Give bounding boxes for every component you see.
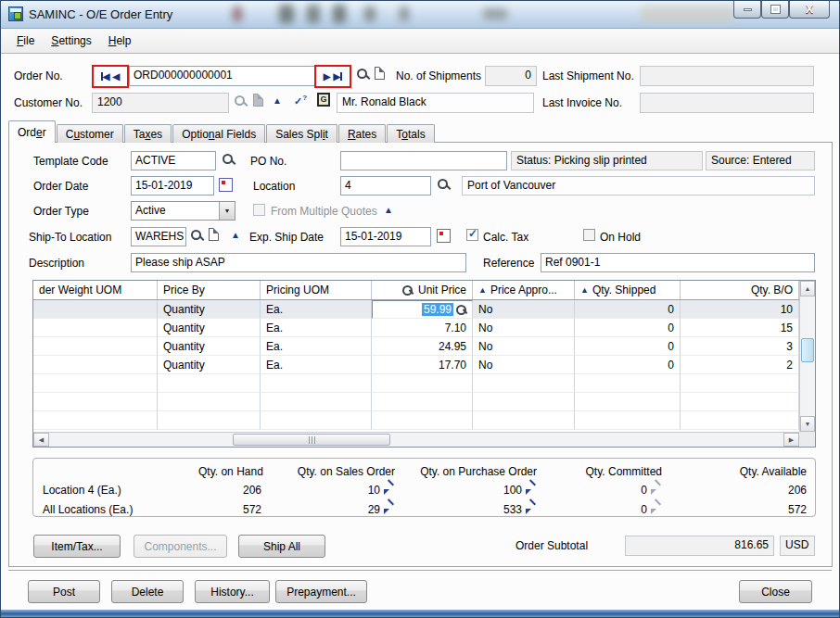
- prev-arrow-icon: ◀: [113, 71, 121, 82]
- window-title: SAMINC - O/E Order Entry: [29, 7, 172, 21]
- drilldown-disabled-icon: [651, 504, 662, 514]
- scroll-right-button[interactable]: ▶: [783, 433, 799, 447]
- scroll-up-button[interactable]: ▲: [800, 281, 815, 296]
- menu-help[interactable]: Help: [100, 31, 140, 51]
- unit-price-cell-finder-icon[interactable]: [455, 304, 466, 315]
- order-tab-panel: Template Code ACTIVE PO No. Status: Pick…: [8, 142, 833, 567]
- delete-button[interactable]: Delete: [111, 580, 184, 603]
- menu-settings[interactable]: Settings: [43, 31, 99, 51]
- selected-unit-price: 59.99: [422, 303, 453, 316]
- template-finder-icon[interactable]: [222, 153, 235, 166]
- tab-optional-fields[interactable]: Optional Fields: [172, 124, 265, 143]
- col-pricing-uom[interactable]: Pricing UOM: [261, 281, 372, 299]
- post-button[interactable]: Post: [28, 580, 100, 603]
- grid-horizontal-scrollbar[interactable]: ◀ ▶: [33, 432, 799, 447]
- tab-customer-label: Customer: [66, 128, 114, 141]
- on-hold-checkbox[interactable]: [583, 229, 595, 241]
- customer-name-value: Mr. Ronald Black: [337, 93, 534, 113]
- horizontal-scroll-thumb[interactable]: [233, 434, 390, 446]
- drilldown-icon[interactable]: [384, 485, 395, 495]
- calc-tax-checkbox[interactable]: ✓: [466, 229, 478, 241]
- order-type-dropdown-button[interactable]: ▼: [219, 202, 235, 220]
- col-qty-shipped[interactable]: ▲Qty. Shipped: [575, 281, 681, 299]
- new-customer-icon: [253, 94, 263, 107]
- grid-vertical-scrollbar[interactable]: ▲ ▼: [799, 281, 815, 432]
- prepayment-button[interactable]: Prepayment...: [275, 580, 367, 603]
- order-finder-icon[interactable]: [356, 68, 369, 81]
- customer-no-value[interactable]: 1200: [92, 93, 229, 113]
- quotes-zoom-icon[interactable]: ▲: [384, 205, 393, 215]
- last-invoice-label: Last Invoice No.: [542, 96, 622, 109]
- menu-file[interactable]: File: [8, 31, 43, 51]
- ship-to-zoom-icon[interactable]: ▲: [231, 230, 240, 240]
- grid-row-2[interactable]: Quantity Ea. 7.10 No 0 15: [33, 319, 799, 337]
- last-bar-icon: [340, 72, 342, 81]
- unit-price-edit-cell[interactable]: 59.99: [372, 300, 473, 319]
- tab-sales-split-label: Sales Split: [275, 128, 328, 141]
- tab-totals[interactable]: Totals: [387, 124, 434, 143]
- vertical-scroll-thumb[interactable]: [801, 338, 814, 362]
- next-arrow-icon: ▶: [324, 71, 331, 82]
- history-button[interactable]: History...: [195, 580, 270, 603]
- scroll-up-icon: ▲: [805, 285, 811, 292]
- status-badge: Status: Picking slip printed: [511, 151, 703, 170]
- close-window-button[interactable]: X: [789, 1, 830, 19]
- location-input[interactable]: 4: [340, 176, 431, 195]
- menu-bar: File Settings Help: [1, 29, 839, 54]
- go-next-button[interactable]: ▶: [324, 71, 331, 82]
- scroll-down-button[interactable]: ▼: [800, 416, 815, 432]
- tab-order-label: Order: [18, 126, 46, 139]
- drilldown-icon[interactable]: [526, 504, 537, 514]
- grid-row-1[interactable]: Quantity Ea. 59.99 No 0 10: [33, 300, 799, 319]
- order-no-input[interactable]: ORD000000000001: [129, 66, 315, 86]
- glass-artifact: [641, 6, 733, 22]
- ship-to-input[interactable]: WAREHS: [131, 227, 186, 246]
- summary-col-on-purchase: Qty. on Purchase Order: [397, 465, 539, 478]
- order-subtotal-label: Order Subtotal: [515, 539, 588, 552]
- customer-inquiry-icon[interactable]: ✓?: [294, 94, 307, 107]
- go-last-button[interactable]: ▶: [334, 71, 343, 82]
- order-date-input[interactable]: 15-01-2019: [131, 176, 214, 195]
- ship-to-new-icon[interactable]: [209, 228, 219, 241]
- summary-col-on-sales: Qty. on Sales Order: [263, 465, 397, 478]
- col-price-by[interactable]: Price By: [158, 281, 261, 299]
- grid-row-4[interactable]: Quantity Ea. 17.70 No 0 2: [33, 356, 799, 374]
- glass-artifact: [233, 6, 242, 21]
- tab-rates[interactable]: Rates: [338, 124, 386, 143]
- reference-input[interactable]: Ref 0901-1: [541, 253, 815, 272]
- grid-row-3[interactable]: Quantity Ea. 24.95 No 0 3: [33, 337, 799, 356]
- tab-order[interactable]: Order: [8, 120, 56, 143]
- scrollbar-corner: [799, 432, 815, 447]
- maximize-button[interactable]: [761, 1, 789, 19]
- col-weight-uom[interactable]: der Weight UOM: [33, 281, 158, 299]
- customer-g-icon[interactable]: G: [317, 93, 330, 107]
- location-finder-icon[interactable]: [437, 178, 450, 191]
- col-qty-bo[interactable]: Qty. B/O: [681, 281, 799, 299]
- go-first-button[interactable]: ◀: [101, 71, 110, 82]
- description-input[interactable]: Please ship ASAP: [131, 253, 466, 272]
- po-no-input[interactable]: [340, 151, 507, 170]
- tab-customer[interactable]: Customer: [57, 124, 123, 143]
- col-price-approval[interactable]: ▲Price Appro...: [473, 281, 575, 299]
- exp-ship-date-calendar-icon[interactable]: [437, 229, 451, 243]
- drilldown-icon[interactable]: [384, 504, 395, 514]
- new-order-icon[interactable]: [375, 67, 385, 80]
- col-unit-price[interactable]: Unit Price: [372, 281, 473, 299]
- minimize-button[interactable]: [733, 1, 761, 19]
- ship-to-finder-icon[interactable]: [190, 229, 203, 242]
- tab-taxes[interactable]: Taxes: [124, 124, 172, 143]
- customer-zoom-icon[interactable]: ▲: [273, 95, 282, 106]
- order-date-calendar-icon[interactable]: [219, 178, 233, 192]
- close-button[interactable]: Close: [739, 580, 812, 603]
- go-previous-button[interactable]: ◀: [113, 71, 121, 82]
- grid-empty-row: [33, 393, 799, 411]
- order-type-select[interactable]: Active ▼: [131, 201, 235, 221]
- ship-all-button[interactable]: Ship All: [238, 535, 325, 558]
- tab-sales-split[interactable]: Sales Split: [266, 124, 337, 143]
- drilldown-icon[interactable]: [526, 485, 537, 495]
- reference-label: Reference: [483, 257, 534, 270]
- item-tax-button[interactable]: Item/Tax...: [33, 535, 121, 558]
- scroll-left-button[interactable]: ◀: [33, 433, 49, 447]
- exp-ship-date-input[interactable]: 15-01-2019: [340, 227, 431, 246]
- template-code-input[interactable]: ACTIVE: [131, 151, 216, 170]
